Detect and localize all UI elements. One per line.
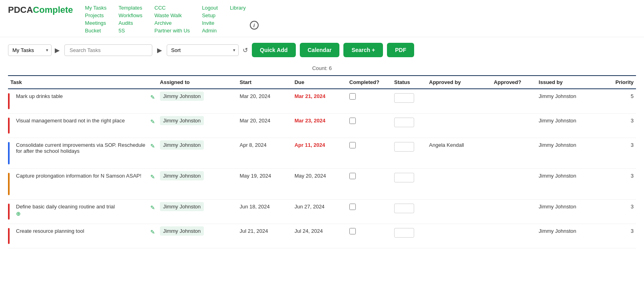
nav-templates[interactable]: Templates [119, 5, 143, 11]
start-cell: Mar 20, 2024 [237, 114, 292, 138]
completed-cell[interactable] [347, 138, 392, 169]
due-cell: Mar 23, 2024 [292, 114, 347, 138]
nav-archive[interactable]: Archive [154, 20, 190, 26]
calendar-button[interactable]: Calendar [300, 43, 340, 57]
task-filter-select-wrapper: My Tasks All Tasks Team Tasks [8, 44, 52, 56]
task-cell: Create resource planning tool✎ [8, 224, 158, 248]
status-cell [392, 169, 427, 200]
priority-cell: 5 [601, 89, 636, 114]
start-cell: Jul 21, 2024 [237, 224, 292, 248]
nav-logout[interactable]: Logout [202, 5, 218, 11]
completed-checkbox[interactable] [349, 204, 356, 210]
approved-cell [491, 138, 536, 169]
completed-cell[interactable] [347, 169, 392, 200]
priority-cell: 3 [601, 114, 636, 138]
task-filter-arrow-button[interactable]: ▶ [54, 46, 60, 54]
nav-ccc[interactable]: CCC [154, 5, 190, 11]
search-plus-button[interactable]: Search + [343, 43, 383, 57]
nav-my-tasks[interactable]: My Tasks [85, 5, 107, 11]
status-box[interactable] [394, 142, 414, 152]
status-box[interactable] [394, 204, 414, 213]
task-table: Task Assigned to Start Due Completed? St… [8, 75, 636, 248]
due-cell: Jul 24, 2024 [292, 224, 347, 248]
priority-cell: 3 [601, 200, 636, 224]
quick-add-button[interactable]: Quick Add [252, 43, 296, 57]
nav-5s[interactable]: 5S [119, 28, 143, 34]
approved-cell [491, 169, 536, 200]
nav-meetings[interactable]: Meetings [85, 20, 107, 26]
nav-waste-walk[interactable]: Waste Walk [154, 12, 190, 18]
nav-setup[interactable]: Setup [202, 12, 218, 18]
table-row: Mark up drinks table✎Jimmy JohnstonMar 2… [8, 89, 636, 114]
completed-checkbox[interactable] [349, 142, 356, 148]
edit-icon[interactable]: ✎ [150, 118, 155, 125]
nav-admin[interactable]: Admin [202, 28, 218, 34]
row-indicator [8, 93, 10, 109]
completed-checkbox[interactable] [349, 118, 356, 124]
nav-partner[interactable]: Partner with Us [154, 28, 190, 34]
pdf-button[interactable]: PDF [387, 43, 414, 57]
edit-icon[interactable]: ✎ [150, 174, 155, 180]
edit-icon[interactable]: ✎ [150, 143, 155, 149]
task-cell: Consolidate current improvements via SOP… [8, 138, 158, 169]
nav-invite[interactable]: Invite [202, 20, 218, 26]
completed-cell[interactable] [347, 89, 392, 114]
nav-projects[interactable]: Projects [85, 12, 107, 18]
col-start: Start [237, 76, 292, 89]
approved-by-cell [427, 89, 491, 114]
logo-pdca: PDCA [8, 5, 33, 15]
due-cell: Apr 11, 2024 [292, 138, 347, 169]
col-completed: Completed? [347, 76, 392, 89]
nav-bucket[interactable]: Bucket [85, 28, 107, 34]
task-cell: Mark up drinks table✎ [8, 89, 158, 114]
edit-icon[interactable]: ✎ [150, 204, 155, 211]
issued-by-cell: Jimmy Johnston [536, 89, 601, 114]
completed-checkbox[interactable] [349, 93, 356, 100]
status-box[interactable] [394, 173, 414, 182]
nav-col-2: Templates Workflows Audits 5S [119, 5, 143, 34]
issued-by-cell: Jimmy Johnston [536, 224, 601, 248]
approved-by-cell [427, 114, 491, 138]
edit-icon[interactable]: ✎ [150, 94, 155, 100]
nav-workflows[interactable]: Workflows [119, 12, 143, 18]
status-box[interactable] [394, 93, 414, 103]
col-priority: Priority [601, 76, 636, 89]
completed-cell[interactable] [347, 224, 392, 248]
completed-cell[interactable] [347, 200, 392, 224]
approved-cell [491, 224, 536, 248]
task-text: Consolidate current improvements via SOP… [16, 142, 148, 154]
edit-icon[interactable]: ✎ [150, 229, 155, 235]
approved-cell [491, 200, 536, 224]
col-issued-by: Issued by [536, 76, 601, 89]
task-filter-wrap: My Tasks All Tasks Team Tasks ▶ [8, 44, 60, 56]
nav-col-5: Library [230, 5, 246, 34]
search-arrow-button[interactable]: ▶ [156, 46, 163, 54]
status-cell [392, 224, 427, 248]
task-filter-select[interactable]: My Tasks All Tasks Team Tasks [8, 44, 52, 56]
task-text: Capture prolongation information for N S… [16, 173, 148, 179]
sort-select[interactable]: Sort By Due Date By Priority By Assigned [167, 44, 239, 56]
assigned-cell: Jimmy Johnston [158, 169, 237, 200]
approved-by-cell [427, 224, 491, 248]
status-box[interactable] [394, 228, 414, 238]
nav-library[interactable]: Library [230, 5, 246, 11]
status-box[interactable] [394, 118, 414, 127]
row-indicator [8, 142, 10, 164]
approved-cell [491, 114, 536, 138]
start-cell: Mar 20, 2024 [237, 89, 292, 114]
search-input[interactable] [64, 44, 152, 56]
issued-by-cell: Jimmy Johnston [536, 200, 601, 224]
due-cell: May 20, 2024 [292, 169, 347, 200]
completed-cell[interactable] [347, 114, 392, 138]
priority-cell: 3 [601, 224, 636, 248]
col-status: Status [392, 76, 427, 89]
completed-checkbox[interactable] [349, 173, 356, 179]
count-label: Count: 6 [312, 65, 332, 71]
nav-audits[interactable]: Audits [119, 20, 143, 26]
completed-checkbox[interactable] [349, 228, 356, 234]
nav-col-3: CCC Waste Walk Archive Partner with Us [154, 5, 190, 34]
info-icon[interactable]: i [250, 21, 259, 30]
plus-icon[interactable]: ⊕ [16, 210, 148, 217]
refresh-button[interactable]: ↺ [243, 46, 248, 54]
status-cell [392, 114, 427, 138]
